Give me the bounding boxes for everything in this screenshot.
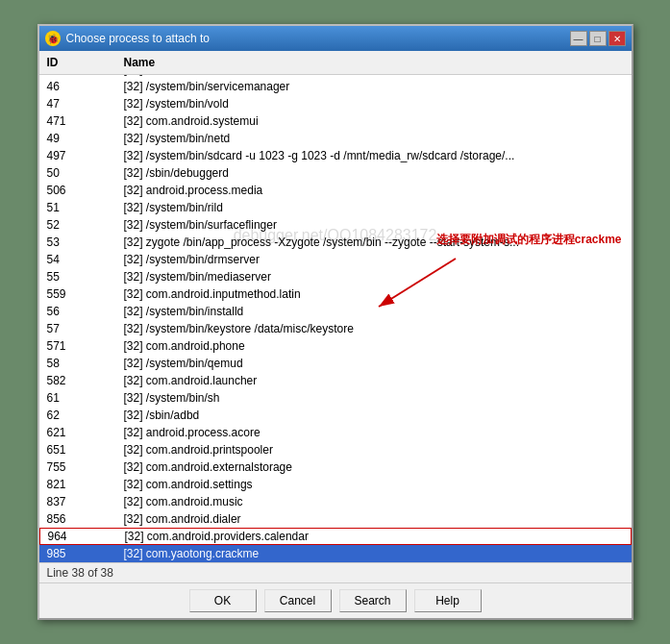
cell-id: 56: [39, 304, 116, 319]
cell-id: 755: [39, 459, 116, 475]
cell-name: [32] /system/bin/keystore /data/misc/key…: [116, 321, 632, 336]
cell-name: [32] /system/bin/sh: [116, 390, 632, 406]
cell-id: 506: [39, 183, 116, 198]
table-row[interactable]: 582[32] com.android.launcher: [39, 372, 632, 389]
cell-id: 58: [39, 356, 116, 371]
table-row[interactable]: 46[32] /system/bin/servicemanager: [39, 78, 632, 95]
cell-id: 985: [39, 546, 116, 561]
cell-id: 46: [39, 79, 116, 94]
table-row[interactable]: 755[32] com.android.externalstorage: [39, 458, 632, 476]
cell-name: [32] com.android.printspooler: [116, 442, 632, 458]
process-attach-dialog: 🐞 Choose process to attach to — □ ✕ ID N…: [37, 24, 633, 620]
cell-id: 50: [39, 165, 116, 181]
table-row[interactable]: 506[32] android.process.media: [39, 182, 632, 199]
cell-name: [32] /system/bin/servicemanager: [116, 79, 632, 94]
cell-name: [32] com.android.dialer: [116, 511, 632, 527]
ok-button[interactable]: OK: [189, 589, 257, 612]
cell-id: 582: [39, 373, 116, 388]
cell-name: [32] com.android.phone: [116, 338, 632, 354]
table-row[interactable]: 471[32] com.android.systemui: [39, 112, 632, 130]
table-row[interactable]: 821[32] com.android.settings: [39, 476, 632, 493]
table-row[interactable]: 53[32] zygote /bin/app_process -Xzygote …: [39, 234, 632, 251]
table-row[interactable]: 985[32] com.yaotong.crackme: [39, 545, 632, 562]
table-row[interactable]: 837[32] com.android.music: [39, 493, 632, 510]
cell-id: 57: [39, 321, 116, 336]
cell-name: [32] /system/bin/qemud: [116, 356, 632, 371]
cell-name: [32] com.android.settings: [116, 477, 632, 492]
button-bar: OK Cancel Search Help: [39, 582, 632, 618]
cell-id: 837: [39, 494, 116, 509]
cell-id: 571: [39, 338, 116, 354]
table-row[interactable]: 54[32] /system/bin/drmserver: [39, 251, 632, 268]
cell-name: [32] /system/bin/netd: [116, 131, 632, 146]
cell-name: [32] com.android.music: [116, 494, 632, 509]
table-row[interactable]: 47[32] /system/bin/vold: [39, 95, 632, 112]
table-row[interactable]: 57[32] /system/bin/keystore /data/misc/k…: [39, 320, 632, 337]
table-row[interactable]: 497[32] /system/bin/sdcard -u 1023 -g 10…: [39, 147, 632, 164]
titlebar-left: 🐞 Choose process to attach to: [45, 31, 210, 46]
cell-name: [32] android.process.acore: [116, 425, 632, 440]
cell-id: 53: [39, 235, 116, 250]
column-header-id: ID: [39, 54, 116, 71]
table-row[interactable]: 61[32] /system/bin/sh: [39, 389, 632, 407]
cell-name: [32] android.process.media: [116, 183, 632, 198]
cell-name: [32] /system/bin/vold: [116, 96, 632, 111]
titlebar-controls: — □ ✕: [570, 31, 626, 46]
cell-name: [32] /sbin/debuggerd: [116, 165, 632, 181]
titlebar: 🐞 Choose process to attach to — □ ✕: [39, 26, 632, 51]
table-row[interactable]: 856[32] com.android.dialer: [39, 510, 632, 528]
cell-id: 47: [39, 96, 116, 111]
table-row[interactable]: 58[32] /system/bin/qemud: [39, 355, 632, 372]
cell-id: 55: [39, 269, 116, 285]
cell-name: [32] /system/bin/mediaserver: [116, 269, 632, 285]
table-header: ID Name: [39, 51, 632, 75]
cell-name: [32] com.android.launcher: [116, 373, 632, 388]
cell-id: 856: [39, 511, 116, 527]
table-row[interactable]: 52[32] /system/bin/surfaceflinger: [39, 216, 632, 234]
table-row[interactable]: 559[32] com.android.inputmethod.latin: [39, 285, 632, 303]
table-row[interactable]: 964[32] com.android.providers.calendar: [39, 528, 632, 545]
cell-name: [32] /sbin/adbd: [116, 408, 632, 423]
table-row[interactable]: 571[32] com.android.phone: [39, 337, 632, 355]
cell-name: [32] /sbin/healthd: [116, 75, 632, 77]
cell-name: [32] /system/bin/rild: [116, 200, 632, 215]
minimize-button[interactable]: —: [570, 31, 587, 46]
status-text: Line 38 of 38: [47, 566, 113, 580]
search-button[interactable]: Search: [339, 589, 407, 612]
dialog-content: ID Name debugger.net/QQ1084283172 选择要附加调…: [39, 51, 632, 562]
cell-id: 964: [40, 529, 117, 544]
close-button[interactable]: ✕: [608, 31, 626, 46]
cell-name: [32] com.android.systemui: [116, 113, 632, 129]
cell-id: 49: [39, 131, 116, 146]
cell-name: [32] /system/bin/surfaceflinger: [116, 217, 632, 233]
cell-name: [32] /system/bin/drmserver: [116, 252, 632, 267]
table-row[interactable]: 51[32] /system/bin/rild: [39, 199, 632, 216]
window-icon: 🐞: [45, 31, 61, 46]
table-row[interactable]: 55[32] /system/bin/mediaserver: [39, 268, 632, 285]
table-row[interactable]: 62[32] /sbin/adbd: [39, 407, 632, 424]
table-row[interactable]: 651[32] com.android.printspooler: [39, 441, 632, 458]
status-bar: Line 38 of 38: [39, 562, 632, 582]
table-row[interactable]: 56[32] /system/bin/installd: [39, 303, 632, 320]
table-row[interactable]: 621[32] android.process.acore: [39, 424, 632, 441]
table-row[interactable]: 50[32] /sbin/debuggerd: [39, 164, 632, 182]
cancel-button[interactable]: Cancel: [264, 589, 332, 612]
cell-name: [32] com.android.inputmethod.latin: [116, 286, 632, 302]
cell-id: 621: [39, 425, 116, 440]
cell-name: [32] zygote /bin/app_process -Xzygote /s…: [116, 235, 632, 250]
cell-id: 559: [39, 286, 116, 302]
cell-id: 651: [39, 442, 116, 458]
cell-id: 51: [39, 200, 116, 215]
cell-id: 61: [39, 390, 116, 406]
cell-name: [32] com.android.providers.calendar: [117, 529, 631, 544]
cell-name: [32] /system/bin/installd: [116, 304, 632, 319]
help-button[interactable]: Help: [414, 589, 482, 612]
column-header-name: Name: [116, 54, 632, 71]
cell-id: 471: [39, 113, 116, 129]
maximize-button[interactable]: □: [589, 31, 607, 46]
cell-id: 497: [39, 148, 116, 163]
cell-id: 52: [39, 217, 116, 233]
process-list[interactable]: debugger.net/QQ1084283172 选择要附加调试的程序进程cr…: [39, 75, 632, 562]
table-row[interactable]: 49[32] /system/bin/netd: [39, 130, 632, 147]
cell-id: 54: [39, 252, 116, 267]
